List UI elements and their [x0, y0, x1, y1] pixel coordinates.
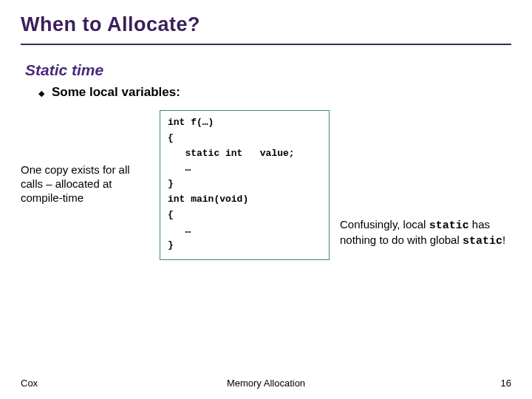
- code-line: {: [168, 209, 174, 220]
- title-underline: [21, 44, 511, 45]
- code-line: int f(…): [168, 117, 214, 128]
- bullet-label: Some local variables:: [52, 85, 180, 100]
- content-area: int f(…) { static int value; … } int mai…: [21, 110, 511, 332]
- code-line: }: [168, 178, 174, 189]
- footer-title: Memory Allocation: [227, 378, 305, 389]
- code-line: {: [168, 132, 174, 143]
- footer-author: Cox: [21, 378, 38, 389]
- code-line: …: [168, 225, 191, 236]
- code-line: static int value;: [168, 148, 295, 159]
- anno-text: Confusingly, local: [340, 218, 429, 231]
- code-line: }: [168, 239, 174, 250]
- code-block: int f(…) { static int value; … } int mai…: [160, 110, 330, 260]
- slide-footer: Cox Memory Allocation 16: [21, 378, 511, 389]
- anno-text: !: [502, 233, 505, 246]
- code-line: …: [168, 163, 191, 174]
- code-keyword: static: [429, 219, 469, 232]
- slide-title: When to Allocate?: [21, 13, 511, 36]
- code-keyword: static: [463, 235, 502, 248]
- bullet-item: ◆ Some local variables:: [38, 85, 511, 100]
- section-subhead: Static time: [25, 61, 511, 79]
- code-line: int main(void): [168, 194, 248, 205]
- diamond-icon: ◆: [38, 89, 44, 98]
- left-annotation: One copy exists for all calls – allocate…: [21, 163, 154, 205]
- right-annotation: Confusingly, local static has nothing to…: [340, 218, 525, 249]
- footer-page-number: 16: [501, 378, 511, 389]
